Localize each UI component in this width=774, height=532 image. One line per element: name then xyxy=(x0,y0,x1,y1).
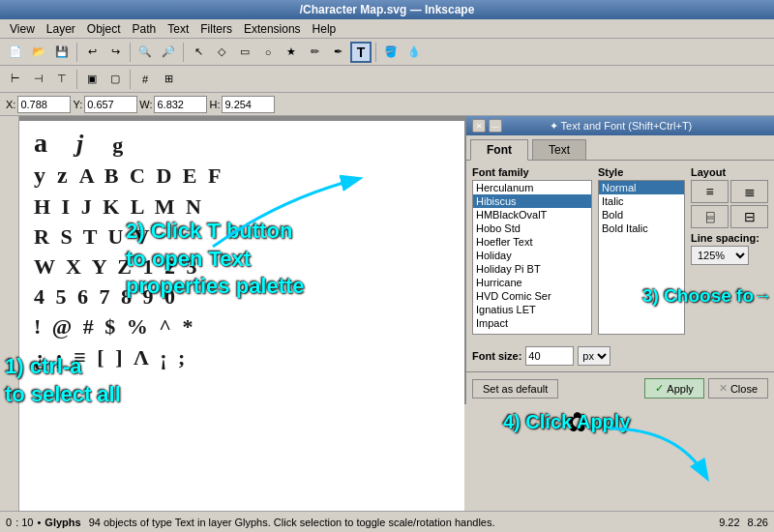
style-bold-italic[interactable]: Bold Italic xyxy=(599,222,684,235)
font-hoefler[interactable]: Hoefler Text xyxy=(473,235,591,249)
style-italic[interactable]: Italic xyxy=(599,194,684,208)
layout-btn-2[interactable]: ≣ xyxy=(730,180,768,203)
dropper-btn[interactable]: 💧 xyxy=(403,42,425,63)
set-default-button[interactable]: Set as default xyxy=(472,379,558,399)
layout-buttons: ≡ ≣ ⌸ ⊟ xyxy=(691,180,768,228)
dialog-close-icon[interactable]: ✕ xyxy=(472,119,486,133)
font-size-unit-select[interactable]: px pt xyxy=(578,346,610,366)
statusbar-snap: : 10 xyxy=(15,517,33,528)
statusbar-layer: Glyphs xyxy=(45,517,80,528)
fill-btn[interactable]: 🪣 xyxy=(380,42,402,63)
dialog-content: Font family Herculanum Hibiscus HMBlackO… xyxy=(466,161,774,371)
font-family-col: Font family Herculanum Hibiscus HMBlackO… xyxy=(472,166,592,335)
set-default-label: Set as default xyxy=(483,383,548,395)
statusbar-info: 94 objects of type Text in layer Glyphs.… xyxy=(89,517,495,528)
x-input[interactable] xyxy=(17,96,71,113)
style-bold[interactable]: Bold xyxy=(599,208,684,222)
dialog-wrapper: ✕ — ✦ Text and Font (Shift+Ctrl+T) Font … xyxy=(464,116,774,511)
undo-btn[interactable]: ↩ xyxy=(81,42,103,63)
canvas[interactable]: a j g y z A B C D E F H I J K L M N R S … xyxy=(19,121,464,511)
layout-label: Layout xyxy=(691,166,768,178)
ellipse-btn[interactable]: ○ xyxy=(257,42,279,63)
font-size-input[interactable] xyxy=(525,346,574,366)
arrow-to-apply xyxy=(600,424,716,491)
font-hibiscus[interactable]: Hibiscus xyxy=(473,194,591,208)
font-hurricane[interactable]: Hurricane xyxy=(473,276,591,289)
apply-button[interactable]: ✓ Apply xyxy=(644,378,704,399)
h-input[interactable] xyxy=(222,96,275,113)
align-left-btn[interactable]: ⊢ xyxy=(5,69,26,90)
menu-extensions[interactable]: Extensions xyxy=(238,21,307,37)
menu-path[interactable]: Path xyxy=(127,21,163,37)
pencil-btn[interactable]: ✏ xyxy=(304,42,325,63)
font-hobo[interactable]: Hobo Std xyxy=(473,222,591,235)
align-center-btn[interactable]: ⊣ xyxy=(28,69,49,90)
menu-view[interactable]: View xyxy=(4,21,41,37)
style-label: Style xyxy=(598,166,685,178)
section-row-main: Font family Herculanum Hibiscus HMBlackO… xyxy=(472,166,768,335)
font-hmblackovalt[interactable]: HMBlackOvalT xyxy=(473,208,591,222)
menu-layer[interactable]: Layer xyxy=(41,21,81,37)
flower-decoration: ✿ xyxy=(566,406,588,438)
h-label: H: xyxy=(209,99,220,110)
close-button[interactable]: ✕ Close xyxy=(708,378,768,399)
style-col: Style Normal Italic Bold Bold Italic xyxy=(598,166,685,335)
statusbar-x: 9.22 xyxy=(719,517,739,528)
apply-checkmark-icon: ✓ xyxy=(655,382,664,395)
font-herculanum[interactable]: Herculanum xyxy=(473,181,591,194)
zoom-out-btn[interactable]: 🔎 xyxy=(158,42,179,63)
tab-text[interactable]: Text xyxy=(532,139,586,160)
open-btn[interactable]: 📂 xyxy=(28,42,49,63)
layout-btn-3[interactable]: ⌸ xyxy=(691,205,729,228)
secondary-toolbar: ⊢ ⊣ ⊤ ▣ ▢ # ⊞ xyxy=(0,66,774,93)
coordinate-bar: X: Y: W: H: xyxy=(0,93,774,116)
layout-col: Layout ≡ ≣ ⌸ ⊟ Line spacing: 125% 100% xyxy=(691,166,768,335)
line-spacing-label: Line spacing: xyxy=(691,232,768,244)
font-holiday-pi[interactable]: Holiday Pi BT xyxy=(473,262,591,276)
rect-btn[interactable]: ▭ xyxy=(234,42,255,63)
font-holiday[interactable]: Holiday xyxy=(473,249,591,262)
node-btn[interactable]: ◇ xyxy=(211,42,232,63)
y-input[interactable] xyxy=(84,96,137,113)
menu-filters[interactable]: Filters xyxy=(194,21,238,37)
text-tool-btn[interactable]: T xyxy=(350,42,372,63)
font-impact[interactable]: Impact xyxy=(473,316,591,330)
snap-btn[interactable]: ⊞ xyxy=(158,69,179,90)
line-spacing-select[interactable]: 125% 100% 150% xyxy=(691,246,749,265)
select-btn[interactable]: ↖ xyxy=(188,42,209,63)
apply-label: Apply xyxy=(667,383,694,395)
menu-text[interactable]: Text xyxy=(162,21,194,37)
save-btn[interactable]: 💾 xyxy=(51,42,73,63)
dialog-minimize-icon[interactable]: — xyxy=(489,119,502,133)
grid-btn[interactable]: # xyxy=(134,69,156,90)
dialog-title: ✦ Text and Font (Shift+Ctrl+T) xyxy=(550,120,693,133)
style-normal[interactable]: Normal xyxy=(599,181,684,194)
group-btn[interactable]: ▣ xyxy=(81,69,103,90)
w-input[interactable] xyxy=(154,96,207,113)
ungroup-btn[interactable]: ▢ xyxy=(104,69,126,90)
font-size-row: Font size: px pt xyxy=(472,346,768,366)
style-list[interactable]: Normal Italic Bold Bold Italic xyxy=(598,180,685,335)
tab-font[interactable]: Font xyxy=(470,139,528,161)
dialog-titlebar: ✕ — ✦ Text and Font (Shift+Ctrl+T) xyxy=(466,116,774,135)
dialog-tabs: Font Text xyxy=(466,135,774,161)
statusbar-separator: • xyxy=(37,517,41,528)
pen-btn[interactable]: ✒ xyxy=(327,42,348,63)
statusbar-y: 8.26 xyxy=(748,517,768,528)
font-ignatius[interactable]: Ignatius LET xyxy=(473,303,591,316)
canvas-area[interactable]: a j g y z A B C D E F H I J K L M N R S … xyxy=(0,116,464,511)
new-btn[interactable]: 📄 xyxy=(5,42,26,63)
font-hvd[interactable]: HVD Comic Ser xyxy=(473,289,591,303)
font-family-list[interactable]: Herculanum Hibiscus HMBlackOvalT Hobo St… xyxy=(472,180,592,335)
star-btn[interactable]: ★ xyxy=(281,42,302,63)
y-label: Y: xyxy=(73,99,82,110)
align-right-btn[interactable]: ⊤ xyxy=(51,69,73,90)
redo-btn[interactable]: ↪ xyxy=(104,42,126,63)
character-grid: a j g y z A B C D E F H I J K L M N R S … xyxy=(19,121,464,380)
menu-object[interactable]: Object xyxy=(81,21,127,37)
zoom-in-btn[interactable]: 🔍 xyxy=(134,42,156,63)
layout-btn-1[interactable]: ≡ xyxy=(691,180,729,203)
w-label: W: xyxy=(139,99,152,110)
menu-help[interactable]: Help xyxy=(307,21,342,37)
layout-btn-4[interactable]: ⊟ xyxy=(730,205,768,228)
